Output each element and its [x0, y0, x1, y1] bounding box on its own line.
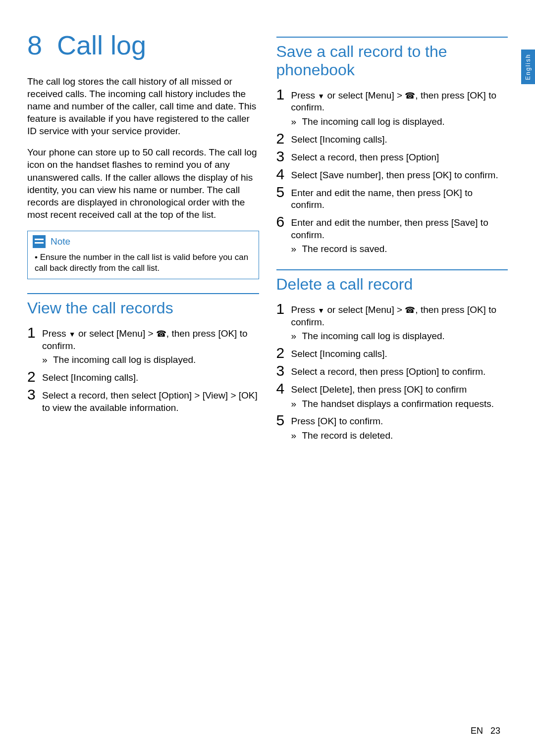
list-item: 3 Select a record, then select [Option] … [27, 387, 259, 414]
language-tab-label: English [525, 53, 532, 80]
nav-down-icon: ▼ [318, 306, 324, 314]
footer-language: EN [471, 726, 483, 736]
call-log-icon: ☎ [405, 91, 415, 101]
view-steps: 1 Press ▼ or select [Menu] > ☎, then pre… [27, 325, 259, 414]
list-item: 2 Select [Incoming calls]. [27, 369, 259, 384]
nav-down-icon: ▼ [69, 330, 76, 338]
note-header: Note [33, 235, 254, 248]
step-result: The record is deleted. [291, 430, 393, 442]
intro-paragraph-2: Your phone can store up to 50 call recor… [27, 146, 259, 220]
call-log-icon: ☎ [156, 329, 166, 339]
language-tab: English [521, 50, 535, 84]
section-delete-title: Delete a call record [276, 275, 508, 294]
left-column: 8 Call log The call log stores the call … [27, 30, 259, 445]
note-box: Note Ensure the number in the call list … [27, 231, 259, 279]
section-divider [276, 269, 508, 270]
save-steps: 1 Press ▼ or select [Menu] > ☎, then pre… [276, 87, 508, 256]
step-result: The incoming call log is displayed. [291, 116, 508, 128]
list-item: 1 Press ▼ or select [Menu] > ☎, then pre… [276, 302, 508, 343]
section-divider [27, 293, 259, 294]
right-column: Save a call record to the phonebook 1 Pr… [276, 30, 508, 445]
note-label: Note [51, 236, 70, 247]
step-result: The record is saved. [291, 243, 508, 255]
list-item: 3 Select a record, then press [Option] t… [276, 363, 508, 378]
chapter-heading: 8 Call log [27, 30, 259, 60]
nav-down-icon: ▼ [318, 92, 324, 100]
list-item: 1 Press ▼ or select [Menu] > ☎, then pre… [276, 87, 508, 128]
list-item: 5 Enter and edit the name, then press [O… [276, 185, 508, 211]
footer-page-number: 23 [490, 726, 500, 736]
list-item: 4 Select [Delete], then press [OK] to co… [276, 381, 508, 410]
list-item: 5 Press [OK] to confirm. The record is d… [276, 413, 508, 442]
page: English 8 Call log The call log stores t… [0, 0, 535, 756]
content-columns: 8 Call log The call log stores the call … [27, 30, 508, 445]
list-item: 2 Select [Incoming calls]. [276, 346, 508, 360]
step-result: The incoming call log is displayed. [42, 354, 259, 366]
chapter-title: Call log [57, 30, 146, 60]
list-item: 6 Enter and edit the number, then press … [276, 214, 508, 255]
list-item: 4 Select [Save number], then press [OK] … [276, 167, 508, 182]
delete-steps: 1 Press ▼ or select [Menu] > ☎, then pre… [276, 302, 508, 442]
call-log-icon: ☎ [405, 305, 415, 315]
step-result: The handset displays a confirmation requ… [291, 398, 494, 410]
page-footer: EN 23 [471, 726, 500, 736]
chapter-number: 8 [27, 30, 42, 60]
note-icon [33, 235, 46, 248]
section-view-title: View the call records [27, 299, 259, 317]
note-text: Ensure the number in the call list is va… [33, 252, 254, 274]
list-item: 2 Select [Incoming calls]. [276, 131, 508, 146]
list-item: 3 Select a record, then press [Option] [276, 149, 508, 164]
section-save-title: Save a call record to the phonebook [276, 43, 508, 79]
step-result: The incoming call log is displayed. [291, 330, 508, 343]
section-divider [276, 37, 508, 38]
list-item: 1 Press ▼ or select [Menu] > ☎, then pre… [27, 325, 259, 366]
intro-paragraph-1: The call log stores the call history of … [27, 75, 259, 137]
